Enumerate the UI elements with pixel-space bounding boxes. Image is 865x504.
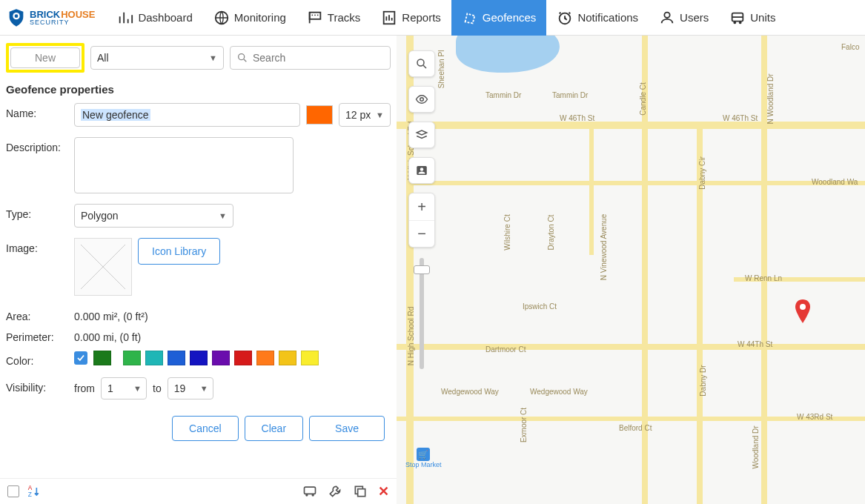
map-zoom-in[interactable]: + xyxy=(409,193,434,220)
clear-button[interactable]: Clear xyxy=(245,416,303,441)
copy-icon[interactable] xyxy=(353,484,368,499)
nav-dashboard-label: Dashboard xyxy=(138,11,192,24)
color-swatch[interactable] xyxy=(256,351,274,365)
nav-users[interactable]: Users xyxy=(649,0,719,36)
color-swatch[interactable] xyxy=(279,351,296,365)
map-zoom-slider[interactable] xyxy=(413,258,431,369)
name-value: New geofence xyxy=(81,109,150,121)
road xyxy=(406,181,865,185)
report-icon xyxy=(381,10,397,26)
map-search-button[interactable] xyxy=(408,50,435,77)
visibility-label: Visibility: xyxy=(6,377,74,394)
svg-point-22 xyxy=(417,59,424,66)
nav-users-label: Users xyxy=(680,11,709,24)
map-zoom-out[interactable]: − xyxy=(409,220,434,247)
map-contact-button[interactable] xyxy=(408,157,435,184)
color-swatch[interactable] xyxy=(190,351,208,365)
save-button[interactable]: Save xyxy=(309,416,385,441)
svg-point-4 xyxy=(311,14,313,16)
logo: BRICKHOUSE SECURITY xyxy=(6,7,95,28)
cancel-button[interactable]: Cancel xyxy=(172,416,239,441)
road xyxy=(397,417,865,421)
street-label: Tammin Dr xyxy=(552,91,588,99)
chevron-down-icon: ▼ xyxy=(209,53,217,62)
filter-value: All xyxy=(97,52,109,64)
street-label: Falco xyxy=(841,43,859,51)
map-layers-button[interactable] xyxy=(408,122,435,148)
text-color-swatch[interactable] xyxy=(306,105,333,125)
image-placeholder[interactable] xyxy=(74,238,132,296)
color-swatch[interactable] xyxy=(145,351,163,365)
nav-monitoring[interactable]: Monitoring xyxy=(203,0,296,36)
name-input[interactable]: New geofence xyxy=(74,103,300,127)
svg-point-9 xyxy=(664,12,669,17)
map-visibility-button[interactable] xyxy=(408,86,435,113)
nav-reports-label: Reports xyxy=(402,11,441,24)
top-nav: BRICKHOUSE SECURITY Dashboard Monitoring… xyxy=(0,0,865,36)
street-label: N Vinewood Avenue xyxy=(600,214,608,281)
type-value: Polygon xyxy=(81,210,119,222)
search-icon xyxy=(415,57,428,70)
map[interactable]: Tammin Dr Tammin Dr W 46Th St W 46Th St … xyxy=(397,36,865,504)
nav-tracks[interactable]: Tracks xyxy=(296,0,371,36)
bus-icon[interactable] xyxy=(302,484,317,499)
shield-icon xyxy=(6,7,27,28)
search-input[interactable] xyxy=(253,52,384,64)
street-label: W 43Rd St xyxy=(797,413,832,421)
chart-bar-icon xyxy=(117,10,133,26)
delete-icon[interactable]: ✕ xyxy=(378,483,389,500)
new-button[interactable]: New xyxy=(10,47,80,68)
visibility-from-select[interactable]: 1 ▼ xyxy=(101,377,147,399)
street-label: Candle Ct xyxy=(639,82,647,115)
search-icon xyxy=(236,52,248,64)
nav-dashboard[interactable]: Dashboard xyxy=(107,0,202,36)
street-label: Tammin Dr xyxy=(485,91,521,99)
chevron-down-icon: ▼ xyxy=(200,384,208,393)
visibility-to-select[interactable]: 19 ▼ xyxy=(168,377,213,399)
font-size-value: 12 px xyxy=(345,109,371,121)
user-icon xyxy=(659,10,675,26)
search-field[interactable] xyxy=(230,46,391,70)
nav-reports[interactable]: Reports xyxy=(371,0,451,36)
perimeter-label: Perimeter: xyxy=(6,327,74,343)
chevron-down-icon: ▼ xyxy=(219,211,227,220)
globe-icon xyxy=(213,10,230,26)
filter-select[interactable]: All ▼ xyxy=(90,46,224,70)
bus-icon xyxy=(729,10,746,26)
bottom-toolbar: AZ ✕ xyxy=(0,478,397,504)
color-swatch[interactable] xyxy=(212,351,230,365)
road xyxy=(397,344,865,350)
eye-icon xyxy=(415,93,428,106)
svg-rect-16 xyxy=(305,487,316,494)
color-swatch[interactable] xyxy=(168,351,185,365)
nav-units[interactable]: Units xyxy=(719,0,786,36)
color-swatch[interactable] xyxy=(234,351,252,365)
color-palette xyxy=(93,351,319,365)
layers-icon xyxy=(415,128,428,142)
wrench-icon[interactable] xyxy=(328,484,342,499)
nav-geofences[interactable]: Geofences xyxy=(451,0,547,36)
sort-az-icon[interactable]: AZ xyxy=(27,484,42,499)
nav-notifications[interactable]: Notifications xyxy=(546,0,649,36)
icon-library-button[interactable]: Icon Library xyxy=(138,238,220,265)
color-swatch[interactable] xyxy=(123,351,141,365)
visibility-from-value: 1 xyxy=(107,382,113,394)
nav-notifications-label: Notifications xyxy=(577,11,638,24)
area-value: 0.000 mi², (0 ft²) xyxy=(74,306,148,322)
svg-point-13 xyxy=(239,54,245,60)
color-swatch[interactable] xyxy=(301,351,319,365)
description-input[interactable] xyxy=(74,137,294,193)
street-label: Wedgewood Way xyxy=(530,388,588,396)
svg-point-21 xyxy=(800,304,806,310)
street-label: Woodland Dr xyxy=(752,425,760,468)
color-checkbox[interactable] xyxy=(74,351,87,365)
map-controls: + − xyxy=(408,50,435,248)
map-pin-icon xyxy=(794,299,812,323)
cart-icon: 🛒 xyxy=(417,448,430,461)
color-swatch[interactable] xyxy=(93,351,111,365)
image-label: Image: xyxy=(6,238,74,254)
select-all-checkbox[interactable] xyxy=(7,485,19,497)
street-label: Woodland Wa xyxy=(812,178,858,186)
font-size-select[interactable]: 12 px ▼ xyxy=(339,103,391,127)
type-select[interactable]: Polygon ▼ xyxy=(74,204,233,228)
